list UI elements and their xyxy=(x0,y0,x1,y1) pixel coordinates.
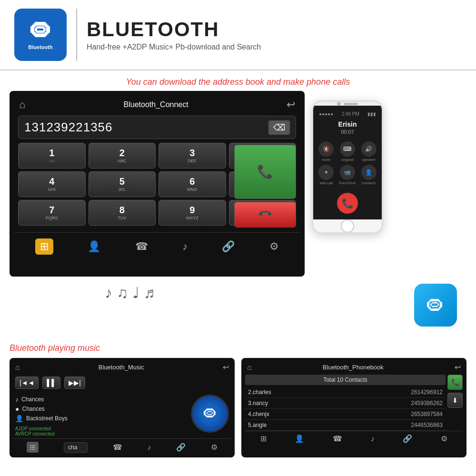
pb-nav-contacts[interactable]: 👤 xyxy=(295,434,304,443)
add-call-button[interactable]: + xyxy=(318,165,334,180)
keypad-button[interactable]: ⌨ xyxy=(340,141,355,157)
bluetooth-symbol: ⭖ xyxy=(29,20,52,42)
avrcp-status: AVRCP connected xyxy=(15,431,186,436)
music-nav-music[interactable]: ♪ xyxy=(147,443,151,452)
call-duration: 00:07 xyxy=(341,129,354,135)
header-section: ⭖ Bluetooth BLUETOOTH Hand-free +A2DP Mu… xyxy=(0,0,476,70)
music-nav-call[interactable]: ☎ xyxy=(113,443,122,452)
contact-row-2: 3.nancy 2459386262 xyxy=(245,398,446,409)
music-home-icon[interactable]: ⌂ xyxy=(15,363,20,372)
phone-top-bar xyxy=(313,102,382,106)
bt-headphones-icon: ⭖ xyxy=(414,284,457,327)
music-info: ♪ Chances ● Chances 👤 Backstreet Boys A2… xyxy=(13,393,231,438)
nav-settings-icon[interactable]: ⚙ xyxy=(269,240,279,253)
pb-nav-link[interactable]: 🔗 xyxy=(403,434,412,443)
phonebook-bottom-nav: ⊞ 👤 ☎ ♪ 🔗 ⚙ xyxy=(245,431,463,444)
key-6[interactable]: 6 MNO xyxy=(159,171,226,197)
phonebook-contacts-area: Total 10 Contacts 2.charles 2614296912 3… xyxy=(245,375,446,431)
track-item-1: ♪ Chances xyxy=(15,395,186,404)
next-button[interactable]: ▶▶| xyxy=(64,377,85,389)
pb-nav-call[interactable]: ☎ xyxy=(333,434,342,443)
music-bottom-nav: ⊞ ☎ ♪ 🔗 ⚙ xyxy=(13,438,231,454)
phone-frame: ●●●●● 2:49 PM ▮▮▮ Erisin 00:07 🔇 mute ⌨ … xyxy=(312,100,383,234)
download-button[interactable]: ⬇ xyxy=(447,393,463,408)
phonebook-screen-title: Bluetooth_Phonebook xyxy=(323,364,384,371)
call-button[interactable]: 📞 xyxy=(234,145,296,199)
music-notes-decoration: ♪ ♫ ♩ ♬ xyxy=(105,284,155,302)
track-name-2: Chances xyxy=(22,406,44,412)
end-call-button[interactable]: 📞 xyxy=(234,202,296,228)
phonebook-screen-header: ⌂ Bluetooth_Phonebook ↩ xyxy=(245,362,463,375)
phonebook-home-icon[interactable]: ⌂ xyxy=(247,363,252,372)
delete-button[interactable]: ⌫ xyxy=(268,120,290,135)
screen-title: Bluetooth_Connect xyxy=(124,100,188,109)
phone-number-display: 131239221356 xyxy=(24,120,113,135)
header-subtitle: Hand-free +A2DP Music+ Pb-download and S… xyxy=(87,43,261,51)
car-dial-screen: ⌂ Bluetooth_Connect ↩ 131239221356 ⌫ 1 ○… xyxy=(10,91,305,277)
phone-input-row: 131239221356 ⌫ xyxy=(18,116,296,139)
mute-button[interactable]: 🔇 xyxy=(318,141,334,157)
phone-image: ●●●●● 2:49 PM ▮▮▮ Erisin 00:07 🔇 mute ⌨ … xyxy=(309,100,386,234)
music-controls: |◄◄ ▌▌ ▶▶| xyxy=(13,375,231,393)
phone-call-buttons: 🔇 mute ⌨ keypad 🔊 speaker + add call xyxy=(317,141,378,185)
pb-nav-settings[interactable]: ⚙ xyxy=(441,434,447,443)
caller-name: Erisin xyxy=(338,120,357,128)
nav-apps-icon[interactable]: ⊞ xyxy=(35,238,53,255)
music-screen-header: ⌂ Bluetooth_Music ↩ xyxy=(13,362,231,375)
track-name-1: Chances xyxy=(21,396,44,403)
key-4[interactable]: 4 GHI xyxy=(18,171,86,197)
phonebook-side-buttons: 📞 ⬇ xyxy=(447,375,463,431)
bottom-screens-area: ⌂ Bluetooth_Music ↩ |◄◄ ▌▌ ▶▶| ♪ Chances… xyxy=(0,358,476,457)
nav-music-icon[interactable]: ♪ xyxy=(182,240,188,253)
track-item-2: ● Chances xyxy=(15,404,186,414)
nav-link-icon[interactable]: 🔗 xyxy=(222,240,235,253)
music-nav-apps[interactable]: ⊞ xyxy=(27,442,39,453)
track-list: ♪ Chances ● Chances 👤 Backstreet Boys A2… xyxy=(15,395,186,436)
end-call-phone-button[interactable]: 📞 xyxy=(337,193,358,214)
key-5[interactable]: 5 JKL xyxy=(89,171,156,197)
screen-header: ⌂ Bluetooth_Connect ↩ xyxy=(14,96,300,114)
bottom-nav: ⊞ 👤 ☎ ♪ 🔗 ⚙ xyxy=(14,232,300,258)
nav-contacts-icon[interactable]: 👤 xyxy=(88,240,100,253)
key-7[interactable]: 7 PQRS xyxy=(18,200,86,226)
back-icon[interactable]: ↩ xyxy=(287,99,295,111)
music-nav-link[interactable]: 🔗 xyxy=(176,443,186,452)
contact-row-4: 5.angle 2446536863 xyxy=(245,420,446,431)
speaker-button[interactable]: 🔊 xyxy=(361,141,377,157)
music-back-icon[interactable]: ↩ xyxy=(223,363,229,372)
nav-call-icon[interactable]: ☎ xyxy=(135,240,148,253)
playing-subtitle: Bluetooth playing music xyxy=(0,338,476,358)
key-9[interactable]: 9 WXYZ xyxy=(159,200,226,226)
logo-label: Bluetooth xyxy=(28,44,52,50)
main-demo-area: ⌂ Bluetooth_Connect ↩ 131239221356 ⌫ 1 ○… xyxy=(0,91,476,277)
key-8[interactable]: 8 TUV xyxy=(89,200,156,226)
prev-button[interactable]: |◄◄ xyxy=(15,377,39,389)
key-2[interactable]: 2 ABC xyxy=(89,143,156,169)
middle-section: ♪ ♫ ♩ ♬ ⭖ xyxy=(0,277,476,338)
phonebook-inner: Total 10 Contacts 2.charles 2614296912 3… xyxy=(245,375,463,431)
key-3[interactable]: 3 DEF xyxy=(159,143,226,169)
phone-home-button[interactable] xyxy=(341,219,354,233)
music-nav-settings[interactable]: ⚙ xyxy=(211,443,218,452)
vinyl-record: ⭖ xyxy=(191,395,229,433)
call-contact-button[interactable]: 📞 xyxy=(447,375,463,390)
play-pause-button[interactable]: ▌▌ xyxy=(42,377,60,389)
pb-nav-music[interactable]: ♪ xyxy=(371,435,375,443)
phone-bottom-bar xyxy=(313,219,382,233)
contact-row-1: 2.charles 2614296912 xyxy=(245,387,446,398)
phonebook-total: Total 10 Contacts xyxy=(245,375,446,385)
home-icon[interactable]: ⌂ xyxy=(19,99,25,111)
search-input[interactable] xyxy=(64,442,88,453)
phonebook-back-icon[interactable]: ↩ xyxy=(455,363,461,372)
contacts-button[interactable]: 👤 xyxy=(361,165,377,180)
pb-nav-apps[interactable]: ⊞ xyxy=(260,434,267,443)
track-item-3: 👤 Backstreet Boys xyxy=(15,414,186,423)
phone-screen: ●●●●● 2:49 PM ▮▮▮ Erisin 00:07 🔇 mute ⌨ … xyxy=(313,106,382,219)
page-title: BLUETOOTH xyxy=(87,18,261,41)
phone-camera xyxy=(337,102,341,106)
bluetooth-logo: ⭖ Bluetooth xyxy=(14,9,67,61)
key-1[interactable]: 1 ○○ xyxy=(18,143,86,169)
facetime-button[interactable]: 📹 xyxy=(340,165,355,180)
top-description: You can download the address book and ma… xyxy=(0,70,476,91)
a2dp-status: A2DP connected xyxy=(15,426,186,431)
